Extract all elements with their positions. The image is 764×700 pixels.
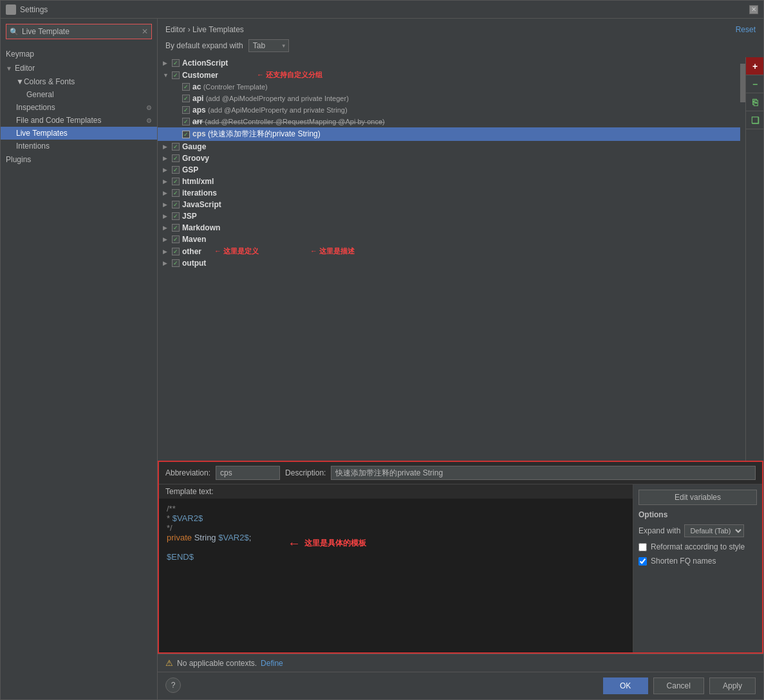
code-line-4: private String $VAR2$;: [167, 533, 625, 542]
tree-item-markdown[interactable]: ▶ Markdown: [158, 222, 740, 234]
remove-template-button[interactable]: −: [746, 75, 763, 93]
checkbox-htmlxml[interactable]: [172, 178, 180, 185]
sidebar-item-file-code-templates[interactable]: File and Code Templates ⚙: [1, 114, 157, 127]
tree-item-api[interactable]: api (add @ApiModelProperty and private I…: [158, 93, 740, 104]
sidebar-item-editor-label: Editor: [15, 64, 35, 73]
tree-item-iterations[interactable]: ▶ iterations: [158, 187, 740, 199]
item-label: Maven: [182, 235, 206, 244]
item-label: api (add @ApiModelProperty and private I…: [192, 94, 349, 103]
tree-item-other[interactable]: ▶ other ← 这里是定义 ← 这里是描述: [158, 245, 740, 257]
reformat-option[interactable]: Reformat according to style: [638, 542, 757, 551]
app-icon: [6, 5, 16, 15]
tree-item-htmlxml[interactable]: ▶ html/xml: [158, 176, 740, 187]
help-button[interactable]: ?: [165, 677, 181, 693]
checkbox-ac[interactable]: [182, 83, 190, 91]
tree-scrollbar[interactable]: [740, 57, 745, 461]
scrollbar-thumb[interactable]: [740, 64, 745, 102]
sidebar-item-general[interactable]: General: [1, 88, 157, 101]
sidebar-item-live-templates[interactable]: Live Templates: [1, 127, 157, 140]
expand-icon: ▶: [163, 201, 169, 208]
define-link[interactable]: Define: [261, 659, 283, 668]
shorten-label[interactable]: Shorten FQ names: [651, 557, 716, 566]
sidebar-item-keymap[interactable]: Keymap: [1, 47, 157, 61]
sidebar-item-colors-fonts[interactable]: ▼ Colors & Fonts: [1, 75, 157, 88]
tree-item-output[interactable]: ▶ output: [158, 257, 740, 269]
sidebar-item-intentions[interactable]: Intentions: [1, 140, 157, 152]
tree-item-maven[interactable]: ▶ Maven: [158, 234, 740, 245]
checkbox-other[interactable]: [172, 248, 180, 255]
code-line-2: * $VAR2$: [167, 513, 625, 523]
sidebar-item-keymap-label: Keymap: [6, 50, 34, 59]
search-box: 🔍 ✕: [6, 24, 152, 39]
item-label: JSP: [182, 212, 197, 221]
detail-body: Template text: /** * $VAR2$ */ private S…: [159, 484, 762, 652]
desc-label: Description:: [285, 468, 326, 477]
expand-icon: ▶: [163, 236, 169, 243]
tree-item-aps[interactable]: aps (add @ApiModelProperty and private S…: [158, 104, 740, 116]
desc-input[interactable]: [331, 466, 756, 480]
abbr-input[interactable]: [216, 466, 280, 480]
tree-item-gauge[interactable]: ▶ Gauge: [158, 141, 740, 152]
copy-template-button[interactable]: ⎘: [746, 93, 763, 111]
file-templates-badge: ⚙: [146, 117, 152, 124]
expand-dropdown-wrap: Tab Enter Space: [248, 39, 289, 52]
search-input[interactable]: [6, 24, 152, 39]
cancel-button[interactable]: Cancel: [653, 677, 704, 694]
tree-item-javascript[interactable]: ▶ JavaScript: [158, 199, 740, 210]
code-line-1: /**: [167, 504, 625, 513]
shorten-option[interactable]: Shorten FQ names: [638, 557, 757, 566]
checkbox-actionscript[interactable]: [172, 59, 180, 67]
checkbox-output[interactable]: [172, 259, 180, 267]
checkbox-markdown[interactable]: [172, 224, 180, 232]
tree-item-customer[interactable]: ▼ Customer ← 还支持自定义分组: [158, 69, 740, 81]
reformat-label[interactable]: Reformat according to style: [651, 542, 745, 551]
item-label: output: [182, 259, 206, 268]
sidebar-item-editor[interactable]: ▼ Editor: [1, 61, 157, 75]
expand-icon: ▶: [163, 178, 169, 185]
tree-item-gsp[interactable]: ▶ GSP: [158, 164, 740, 176]
paste-template-button[interactable]: ❑: [746, 111, 763, 129]
window-title: Settings: [20, 5, 749, 14]
shorten-checkbox[interactable]: [638, 557, 647, 566]
tree-item-actionscript[interactable]: ▶ ActionScript: [158, 57, 740, 69]
item-label: html/xml: [182, 177, 214, 186]
close-button[interactable]: ✕: [749, 5, 758, 14]
ok-button[interactable]: OK: [603, 677, 648, 694]
tree-item-arr[interactable]: arr (add @RestController @RequestMapping…: [158, 116, 740, 127]
checkbox-gauge[interactable]: [172, 143, 180, 151]
checkbox-customer[interactable]: [172, 71, 180, 79]
checkbox-iterations[interactable]: [172, 189, 180, 197]
expand-with-select[interactable]: Default (Tab) Tab Enter: [684, 524, 744, 537]
checkbox-jsp[interactable]: [172, 212, 180, 220]
sidebar-item-file-label: File and Code Templates: [16, 116, 102, 125]
checkbox-gsp[interactable]: [172, 166, 180, 174]
tree-item-groovy[interactable]: ▶ Groovy: [158, 152, 740, 164]
reformat-checkbox[interactable]: [638, 543, 647, 551]
sidebar-item-plugins[interactable]: Plugins: [1, 152, 157, 167]
checkbox-arr[interactable]: [182, 118, 190, 125]
breadcrumb: Editor › Live Templates: [165, 25, 244, 34]
expand-icon: ▶: [163, 143, 169, 150]
expand-icon: ▶: [163, 155, 169, 161]
edit-variables-button[interactable]: Edit variables: [638, 490, 757, 505]
add-template-button[interactable]: +: [746, 57, 763, 75]
sidebar-item-inspections[interactable]: Inspections ⚙: [1, 101, 157, 114]
tree-item-cps[interactable]: cps (快速添加带注释的private String): [158, 127, 740, 141]
checkbox-cps[interactable]: [182, 131, 190, 138]
checkbox-groovy[interactable]: [172, 154, 180, 162]
tree-item-ac[interactable]: ac (Controler Template): [158, 81, 740, 93]
checkbox-aps[interactable]: [182, 106, 190, 114]
checkbox-api[interactable]: [182, 95, 190, 102]
code-line-3: */: [167, 523, 625, 533]
code-editor[interactable]: /** * $VAR2$ */ private String $VAR2$; $…: [159, 499, 633, 652]
search-clear-icon[interactable]: ✕: [142, 27, 148, 36]
checkbox-maven[interactable]: [172, 235, 180, 243]
code-line-5: [167, 542, 625, 552]
expand-dropdown[interactable]: Tab Enter Space: [248, 39, 289, 52]
reset-link[interactable]: Reset: [736, 25, 756, 34]
template-label: Template text:: [159, 484, 633, 499]
checkbox-javascript[interactable]: [172, 201, 180, 208]
tree-item-jsp[interactable]: ▶ JSP: [158, 210, 740, 222]
apply-button[interactable]: Apply: [709, 677, 756, 694]
sidebar-item-intentions-label: Intentions: [16, 142, 50, 151]
